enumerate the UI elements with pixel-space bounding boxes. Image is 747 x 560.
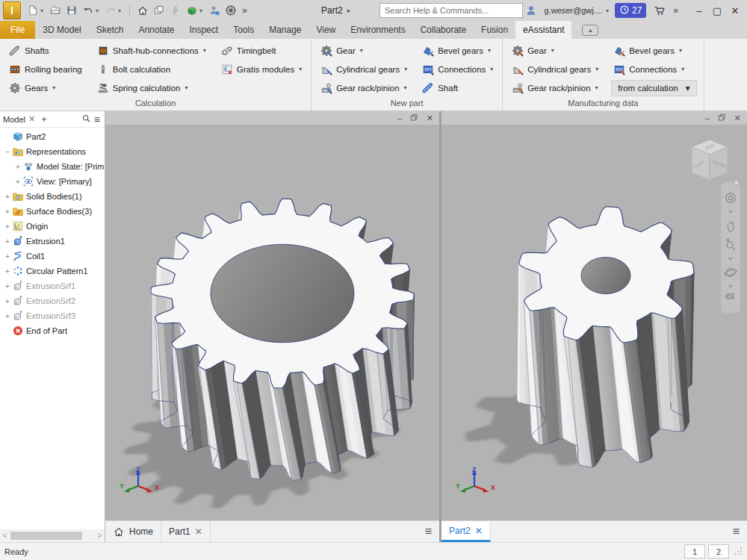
tab-tools[interactable]: Tools (226, 21, 261, 39)
tree-expander-icon[interactable]: + (3, 223, 12, 231)
browser-tab-model[interactable]: Model (3, 115, 25, 124)
tree-expander-icon[interactable]: + (3, 282, 12, 290)
ribbon-button-shaft-hub-connections[interactable]: Shaft-hub-connections▾ (95, 41, 208, 60)
undo-icon[interactable] (81, 3, 96, 18)
status-cell-1[interactable]: 1 (684, 544, 705, 559)
tree-item-extrusionsrf2[interactable]: +ExtrusionSrf2 (0, 293, 105, 308)
tree-item-surface-bodies-3-[interactable]: +Surface Bodies(3) (0, 204, 105, 219)
ribbon-button-cylindrical-gears[interactable]: Cylindrical gears▾ (318, 60, 409, 78)
tree-item-model-state-prim[interactable]: +Model State: [Prim (0, 159, 105, 174)
doc-tab-part2[interactable]: Part2✕ (441, 521, 491, 542)
tree-expander-icon[interactable]: + (13, 178, 22, 186)
more-commands-icon[interactable]: » (673, 5, 678, 16)
undo-dropdown[interactable]: ▾ (96, 7, 102, 14)
tab-inspect[interactable]: Inspect (182, 21, 226, 39)
ribbon-collapse-button[interactable]: ▲ (582, 25, 598, 36)
tree-item-representations[interactable]: −Representations (0, 144, 105, 159)
tree-item-end-of-part[interactable]: End of Part (0, 323, 105, 338)
ribbon-button-gear-rack-pinion[interactable]: Gear rack/pinion▾ (509, 78, 601, 97)
ribbon-button-connections[interactable]: Connections▾ (611, 60, 696, 78)
inventor-logo-button[interactable]: I (3, 1, 21, 19)
new-document-dropdown[interactable]: ▾ (40, 7, 46, 14)
navigation-bar[interactable] (720, 178, 741, 314)
minimize-button[interactable]: – (690, 5, 708, 16)
status-cell-2[interactable]: 2 (708, 544, 729, 559)
tab-view[interactable]: View (309, 21, 344, 39)
tree-item-view-primary-[interactable]: +View: [Primary] (0, 174, 105, 189)
material-dropdown[interactable]: ▾ (199, 7, 205, 14)
ribbon-button-bevel-gears[interactable]: Bevel gears▾ (420, 41, 495, 60)
from-calculation-combobox[interactable]: from calculation▾ (611, 80, 696, 96)
open-document-icon[interactable] (48, 3, 63, 18)
tab-environments[interactable]: Environments (343, 21, 412, 39)
tab-sketch[interactable]: Sketch (89, 21, 131, 39)
tree-expander-icon[interactable]: + (3, 208, 12, 216)
viewport-restore-icon[interactable] (718, 113, 726, 123)
tree-expander-icon[interactable]: − (3, 148, 12, 156)
tab-collaborate[interactable]: Collaborate (413, 21, 474, 39)
cart-icon[interactable] (652, 3, 667, 18)
qat-more-icon[interactable]: » (240, 5, 249, 16)
ribbon-button-shafts[interactable]: Shafts (7, 41, 84, 60)
tab-fusion[interactable]: Fusion (474, 21, 515, 39)
viewport-right-canvas[interactable]: ZYXTOPLEFTFRONT (441, 125, 747, 520)
tree-expander-icon[interactable]: + (13, 163, 22, 171)
tree-expander-icon[interactable]: + (3, 193, 12, 201)
viewport-minimize-icon[interactable]: – (705, 114, 710, 122)
browser-search-icon[interactable] (81, 113, 91, 125)
ribbon-button-cylindrical-gears[interactable]: Cylindrical gears▾ (509, 60, 601, 78)
maximize-button[interactable]: ▢ (708, 5, 726, 16)
tree-item-coil1[interactable]: +Coil1 (0, 249, 105, 264)
account-menu[interactable]: g.weser@gwj.... ▾ (545, 6, 609, 15)
tab-eassistant[interactable]: eAssistant (515, 21, 571, 39)
tree-item-origin[interactable]: +Origin (0, 219, 105, 234)
scroll-left-arrow[interactable]: < (0, 532, 10, 540)
save-document-icon[interactable] (64, 3, 79, 18)
tree-item-part2[interactable]: Part2 (0, 129, 105, 144)
tabbar-menu-icon[interactable]: ≡ (418, 525, 439, 538)
help-search-input[interactable] (379, 3, 523, 18)
collaborate-icon[interactable] (207, 3, 222, 18)
viewport-left-canvas[interactable]: ZYX (105, 125, 439, 520)
ribbon-button-gear-rack-pinion[interactable]: Gear rack/pinion▾ (318, 78, 409, 97)
tree-expander-icon[interactable]: + (3, 252, 12, 261)
viewport-minimize-icon[interactable]: – (397, 114, 402, 122)
tree-expander-icon[interactable]: + (3, 267, 12, 276)
ribbon-button-bolt-calculation[interactable]: Bolt calculation (95, 60, 208, 78)
ribbon-button-gratis-modules[interactable]: €Gratis modules▾ (219, 60, 304, 78)
tab-close-icon[interactable]: ✕ (195, 526, 202, 537)
browser-menu-icon[interactable]: ≡ (94, 113, 100, 125)
viewport-restore-icon[interactable] (410, 113, 418, 123)
viewport-close-icon[interactable]: ✕ (427, 114, 433, 122)
browser-add-tab-button[interactable]: + (41, 113, 47, 125)
redo-dropdown[interactable]: ▾ (118, 7, 124, 14)
tree-item-circular-pattern1[interactable]: +Circular Pattern1 (0, 264, 105, 279)
doc-tab-part1[interactable]: Part1✕ (161, 521, 211, 542)
web-wheel-icon[interactable] (223, 3, 238, 18)
chevron-right-icon[interactable]: ▸ (347, 7, 351, 14)
tab-annotate[interactable]: Annotate (131, 21, 182, 39)
tab-file[interactable]: File (0, 21, 35, 39)
ribbon-button-bevel-gears[interactable]: Bevel gears▾ (611, 41, 696, 60)
tree-item-extrusionsrf1[interactable]: +ExtrusionSrf1 (0, 279, 105, 293)
tab-close-icon[interactable]: ✕ (475, 526, 483, 536)
ribbon-button-gears[interactable]: Gears▾ (7, 78, 84, 97)
doc-tab-home[interactable]: Home (105, 521, 161, 542)
ribbon-button-gear[interactable]: Gear▾ (509, 41, 601, 60)
tree-expander-icon[interactable]: + (3, 312, 12, 320)
tree-expander-icon[interactable]: + (3, 297, 12, 305)
new-document-icon[interactable] (25, 3, 40, 18)
viewport-close-icon[interactable]: ✕ (734, 114, 741, 122)
tree-item-extrusion1[interactable]: +Extrusion1 (0, 234, 105, 249)
tree-expander-icon[interactable]: + (3, 237, 12, 246)
switch-windows-icon[interactable] (152, 3, 167, 18)
tab-manage[interactable]: Manage (261, 21, 309, 39)
tree-item-extrusionsrf3[interactable]: +ExtrusionSrf3 (0, 308, 105, 323)
material-icon[interactable] (185, 3, 199, 18)
return-home-icon[interactable] (135, 3, 150, 18)
close-button[interactable]: ✕ (726, 5, 744, 16)
trial-countdown-badge[interactable]: 27 (615, 3, 646, 18)
ribbon-button-spring-calculation[interactable]: Spring calculation▾ (95, 78, 208, 97)
tree-item-solid-bodies-1-[interactable]: +Solid Bodies(1) (0, 189, 105, 204)
scrollbar-thumb[interactable] (10, 532, 82, 540)
